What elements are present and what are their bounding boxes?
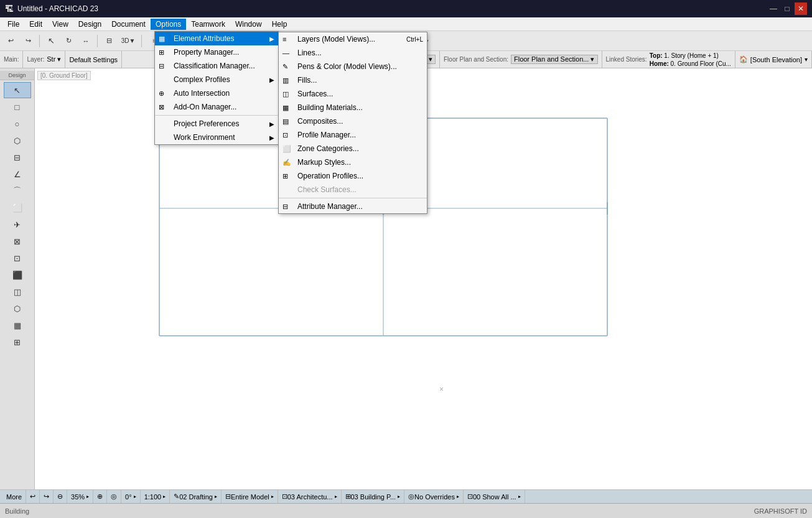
tb-undo[interactable]: ↩ bbox=[2, 34, 19, 49]
zoom-out-btn[interactable]: ⊖ bbox=[54, 490, 67, 503]
project-preferences-item[interactable]: Project Preferences ▶ bbox=[155, 117, 278, 131]
floor-plan-value[interactable]: Floor Plan and Section... ▾ bbox=[511, 55, 598, 64]
layers-item[interactable]: ≡ Layers (Model Views)... Ctrl+L bbox=[279, 32, 427, 46]
tool-object[interactable]: ✈ bbox=[4, 216, 31, 233]
pens-icon: ✎ bbox=[282, 63, 288, 71]
composites-item[interactable]: ▤ Composites... bbox=[279, 114, 427, 128]
operation-icon: ⊞ bbox=[282, 172, 288, 180]
surfaces-item[interactable]: ◫ Surfaces... bbox=[279, 87, 427, 101]
menu-help[interactable]: Help bbox=[267, 19, 292, 30]
lines-icon: — bbox=[282, 49, 289, 57]
menu-window[interactable]: Window bbox=[230, 19, 267, 30]
minimize-button[interactable]: — bbox=[767, 2, 780, 15]
app-logo: 🏗 bbox=[5, 4, 14, 14]
close-button[interactable]: ✕ bbox=[795, 2, 807, 15]
dropdown-container: ▦ Element Attributes ▶ ≡ Layers (Model V… bbox=[154, 31, 279, 145]
default-settings[interactable]: Default Settings bbox=[65, 51, 122, 68]
operation-profiles-item[interactable]: ⊞ Operation Profiles... bbox=[279, 169, 427, 183]
angle-arrow: ▸ bbox=[134, 494, 136, 499]
tool-beam[interactable]: ∠ bbox=[4, 166, 31, 182]
zoom-in-btn[interactable]: ⊕ bbox=[93, 490, 107, 503]
tb-display[interactable]: ⊟ bbox=[101, 34, 117, 49]
profile-icon: ⊡ bbox=[282, 131, 288, 139]
menu-edit[interactable]: Edit bbox=[24, 19, 47, 30]
work-env-label: Work Environment bbox=[174, 133, 235, 142]
more-label: More bbox=[6, 493, 22, 501]
markup-styles-item[interactable]: ✍ Markup Styles... bbox=[279, 155, 427, 169]
drawing-btn[interactable]: ✎ 02 Drafting ▸ bbox=[170, 490, 222, 503]
building-materials-item[interactable]: ▦ Building Materials... bbox=[279, 101, 427, 114]
layer-value[interactable]: Str ▾ bbox=[47, 55, 61, 63]
menu-file[interactable]: File bbox=[2, 19, 24, 30]
status-bar: More ↩ ↪ ⊖ 35% ▸ ⊕ ◎ 0° ▸ 1:100 ▸ ✎ 02 D… bbox=[0, 489, 812, 503]
tool-door[interactable]: ⬜ bbox=[4, 200, 31, 216]
attribute-manager-item[interactable]: ⊟ Attribute Manager... bbox=[279, 200, 427, 213]
snap-btn[interactable]: ◎ bbox=[107, 490, 121, 503]
classification-manager-item[interactable]: ⊟ Classification Manager... bbox=[155, 59, 278, 73]
tool-lamp[interactable]: ⊠ bbox=[4, 233, 31, 249]
tool-stair[interactable]: ⊞ bbox=[4, 334, 31, 350]
menu-document[interactable]: Document bbox=[106, 19, 151, 30]
app-title: Untitled - ARCHICAD 23 bbox=[17, 4, 98, 13]
tb-rotate[interactable]: ↻ bbox=[60, 34, 77, 49]
lines-item[interactable]: — Lines... bbox=[279, 46, 427, 60]
zone-categories-item[interactable]: ⬜ Zone Categories... bbox=[279, 142, 427, 155]
menu-design[interactable]: Design bbox=[73, 19, 106, 30]
zoom-value[interactable]: 35% ▸ bbox=[67, 490, 93, 503]
scale-value[interactable]: 1:100 ▸ bbox=[141, 490, 170, 503]
tool-column[interactable]: ⊟ bbox=[4, 149, 31, 165]
tb-stretch[interactable]: ↔ bbox=[78, 34, 94, 49]
south-elevation-icon: 🏠 bbox=[739, 55, 748, 63]
redo-btn[interactable]: ↪ bbox=[40, 490, 54, 503]
tb-3d[interactable]: 3D▼ bbox=[118, 34, 138, 49]
tool-slab[interactable]: ⊡ bbox=[4, 250, 31, 266]
overrides-arrow: ▸ bbox=[457, 494, 459, 499]
tool-rect[interactable]: □ bbox=[4, 99, 31, 115]
element-attributes-item[interactable]: ▦ Element Attributes ▶ ≡ Layers (Model V… bbox=[155, 32, 278, 45]
overrides-btn[interactable]: ◎ No Overrides ▸ bbox=[404, 490, 464, 503]
auto-intersection-item[interactable]: ⊕ Auto Intersection bbox=[155, 86, 278, 100]
south-elevation-section[interactable]: 🏠 [South Elevation] ▾ bbox=[735, 51, 812, 68]
element-attributes-submenu: ≡ Layers (Model Views)... Ctrl+L — Lines… bbox=[278, 32, 427, 214]
tool-circle[interactable]: ○ bbox=[4, 116, 31, 132]
addon-manager-item[interactable]: ⊠ Add-On Manager... bbox=[155, 100, 278, 114]
maximize-button[interactable]: □ bbox=[781, 2, 793, 15]
pens-color-item[interactable]: ✎ Pens & Color (Model Views)... bbox=[279, 60, 427, 73]
tool-shell[interactable]: ◫ bbox=[4, 284, 31, 300]
building-materials-label: Building Materials... bbox=[297, 103, 363, 112]
show-all-icon: ⊡ bbox=[467, 493, 473, 501]
tool-wall[interactable]: ⬡ bbox=[4, 132, 31, 149]
profile-manager-item[interactable]: ⊡ Profile Manager... bbox=[279, 128, 427, 142]
svg-text:×: × bbox=[439, 385, 444, 394]
complex-profiles-item[interactable]: Complex Profiles ▶ bbox=[155, 73, 278, 86]
tool-mesh[interactable]: ▦ bbox=[4, 317, 31, 333]
layers-label: Layers (Model Views)... bbox=[297, 35, 375, 44]
tb-redo[interactable]: ↪ bbox=[20, 34, 36, 49]
menu-options[interactable]: Options bbox=[151, 19, 186, 30]
project-prefs-arrow: ▶ bbox=[269, 121, 274, 127]
markup-label: Markup Styles... bbox=[297, 158, 351, 167]
expand-icon: ▾ bbox=[805, 56, 808, 63]
model-btn[interactable]: ⊟ Entire Model ▸ bbox=[222, 490, 278, 503]
fills-label: Fills... bbox=[297, 76, 317, 85]
show-all-btn[interactable]: ⊡ 00 Show All ... ▸ bbox=[464, 490, 525, 503]
tool-arrow[interactable]: ↖ bbox=[4, 82, 31, 98]
more-btn[interactable]: More bbox=[2, 490, 26, 503]
tool-morph[interactable]: ⬡ bbox=[4, 300, 31, 317]
layer-label: Layer: bbox=[27, 56, 44, 63]
menu-view[interactable]: View bbox=[47, 19, 73, 30]
tool-roof[interactable]: ⬛ bbox=[4, 267, 31, 283]
fills-item[interactable]: ▥ Fills... bbox=[279, 73, 427, 87]
undo-btn[interactable]: ↩ bbox=[26, 490, 40, 503]
tool-window[interactable]: ⌒ bbox=[4, 183, 31, 199]
markup-icon: ✍ bbox=[282, 159, 291, 167]
building-p-text: 03 Building P... bbox=[351, 493, 396, 501]
arch-btn[interactable]: ⊡ 03 Architectu... ▸ bbox=[278, 490, 342, 503]
south-elevation-label: [South Elevation] bbox=[750, 56, 802, 63]
menu-teamwork[interactable]: Teamwork bbox=[186, 19, 230, 30]
building-p-btn[interactable]: ⊞ 03 Building P... ▸ bbox=[342, 490, 405, 503]
property-manager-item[interactable]: ⊞ Property Manager... bbox=[155, 45, 278, 59]
angle-value[interactable]: 0° ▸ bbox=[121, 490, 141, 503]
tb-select[interactable]: ↖ bbox=[43, 34, 59, 49]
work-environment-item[interactable]: Work Environment ▶ bbox=[155, 131, 278, 144]
